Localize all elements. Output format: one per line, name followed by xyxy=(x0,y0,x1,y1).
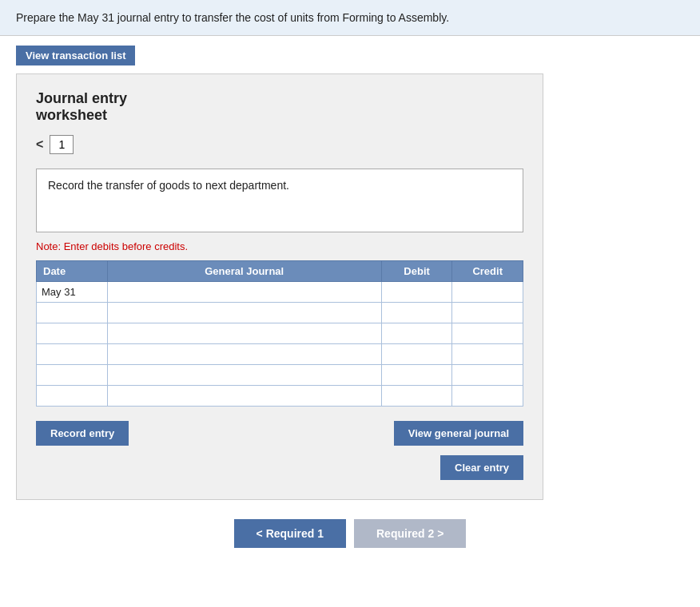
cell-date[interactable] xyxy=(37,303,108,323)
col-header-journal: General Journal xyxy=(107,261,381,282)
journal-table: Date General Journal Debit Credit May 31 xyxy=(36,260,523,407)
table-row xyxy=(37,386,523,407)
col-header-credit: Credit xyxy=(452,261,523,282)
cell-date[interactable] xyxy=(37,386,108,407)
bottom-nav: < Required 1 Required 2 > xyxy=(0,519,700,572)
cell-date[interactable] xyxy=(37,344,108,365)
table-row xyxy=(37,365,523,386)
required1-button[interactable]: < Required 1 xyxy=(234,519,346,548)
view-general-journal-button[interactable]: View general journal xyxy=(394,421,523,446)
cell-journal[interactable] xyxy=(107,344,381,365)
cell-debit[interactable] xyxy=(381,344,452,365)
clear-entry-button[interactable]: Clear entry xyxy=(440,455,523,480)
cell-debit[interactable] xyxy=(381,386,452,407)
record-entry-button[interactable]: Record entry xyxy=(36,421,129,446)
cell-debit[interactable] xyxy=(381,303,452,323)
table-row xyxy=(37,303,523,323)
cell-journal[interactable] xyxy=(107,323,381,344)
cell-date[interactable]: May 31 xyxy=(37,282,108,303)
cell-credit[interactable] xyxy=(452,323,523,344)
cell-credit[interactable] xyxy=(452,344,523,365)
worksheet-container: Journal entry worksheet < 1 Record the t… xyxy=(16,73,543,500)
col-header-date: Date xyxy=(37,261,108,282)
cell-debit[interactable] xyxy=(381,282,452,303)
view-transaction-button[interactable]: View transaction list xyxy=(16,46,135,65)
cell-journal[interactable] xyxy=(107,386,381,407)
cell-credit[interactable] xyxy=(452,386,523,407)
nav-row: < 1 xyxy=(36,135,523,154)
table-row: May 31 xyxy=(37,282,523,303)
cell-debit[interactable] xyxy=(381,323,452,344)
cell-credit[interactable] xyxy=(452,303,523,323)
cell-debit[interactable] xyxy=(381,365,452,386)
note-text: Note: Enter debits before credits. xyxy=(36,240,523,252)
description-text: Record the transfer of goods to next dep… xyxy=(48,179,289,192)
cell-journal[interactable] xyxy=(107,303,381,323)
prev-page-button[interactable]: < xyxy=(36,137,43,152)
cell-journal[interactable] xyxy=(107,365,381,386)
worksheet-title: Journal entry worksheet xyxy=(36,90,523,124)
instruction-bar: Prepare the May 31 journal entry to tran… xyxy=(0,0,700,36)
col-header-debit: Debit xyxy=(381,261,452,282)
cell-journal[interactable] xyxy=(107,282,381,303)
cell-credit[interactable] xyxy=(452,282,523,303)
instruction-text: Prepare the May 31 journal entry to tran… xyxy=(16,11,449,24)
table-row xyxy=(37,323,523,344)
table-row xyxy=(37,344,523,365)
description-box: Record the transfer of goods to next dep… xyxy=(36,169,523,232)
cell-date[interactable] xyxy=(37,323,108,344)
cell-credit[interactable] xyxy=(452,365,523,386)
page-number: 1 xyxy=(50,135,74,154)
cell-date[interactable] xyxy=(37,365,108,386)
required2-button[interactable]: Required 2 > xyxy=(354,519,466,548)
